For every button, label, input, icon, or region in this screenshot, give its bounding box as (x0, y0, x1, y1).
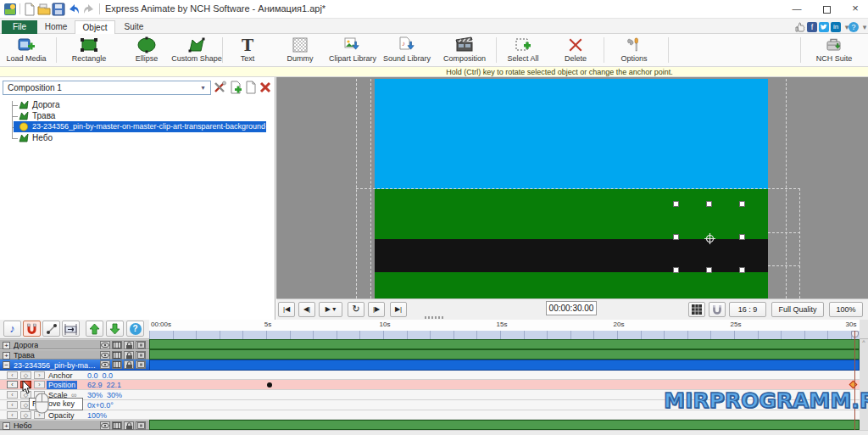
tab-suite[interactable]: Suite (115, 20, 153, 34)
load-media-button[interactable]: Load Media (2, 35, 51, 66)
selection-handle[interactable] (706, 201, 712, 207)
play-button[interactable]: ▶ ▾ (319, 302, 342, 317)
step-forward-button[interactable]: |▶ (368, 302, 385, 317)
undo-icon[interactable] (67, 3, 81, 16)
selection-handle[interactable] (673, 267, 679, 273)
expand-icon[interactable]: + (3, 422, 10, 430)
minimize-button[interactable]: — (784, 0, 810, 17)
selection-handle[interactable] (673, 234, 679, 240)
tree-item-sky[interactable]: Небо (0, 132, 271, 143)
dummy-button[interactable]: Dummy (280, 35, 320, 66)
prev-keyframe-button[interactable]: ‹ (7, 381, 18, 388)
linkedin-icon[interactable]: in (831, 22, 841, 32)
track-header-road[interactable]: + Дорога (0, 339, 149, 349)
prev-keyframe-button[interactable]: ‹ (7, 391, 18, 399)
previous-frame-button[interactable]: ◀| (298, 302, 315, 317)
lock-icon[interactable] (124, 421, 134, 430)
sky-layer[interactable] (375, 79, 768, 189)
ruler-tick-strip[interactable] (149, 331, 860, 339)
track-header-sky[interactable]: + Небо (0, 420, 149, 430)
aspect-ratio-button[interactable]: 16 : 9 (729, 302, 766, 317)
keyframe-mode-button[interactable] (42, 321, 60, 337)
rectangle-button[interactable]: Rectangle (63, 35, 115, 66)
selection-handle[interactable] (706, 267, 712, 273)
add-keyframe-button[interactable]: ◇ (20, 411, 31, 419)
selection-handle[interactable] (739, 267, 745, 273)
save-project-icon[interactable] (52, 3, 65, 16)
tree-item-road[interactable]: Дорога (0, 99, 271, 110)
open-project-icon[interactable] (37, 3, 51, 16)
skip-to-end-button[interactable]: ▶| (390, 302, 407, 317)
prev-keyframe-button[interactable]: ‹ (7, 411, 18, 419)
tab-file[interactable]: File (2, 20, 37, 34)
audio-tracks-button[interactable]: ♪ (3, 321, 21, 337)
anchor-crosshair-icon[interactable] (704, 232, 715, 248)
chevron-down-icon[interactable]: ▾ (860, 22, 868, 32)
tree-item-grass[interactable]: Трава (0, 110, 271, 121)
options-button[interactable]: Options (614, 35, 654, 66)
lock-icon[interactable] (124, 341, 134, 349)
snap-magnet-button[interactable] (709, 302, 726, 317)
grid-toggle-button[interactable] (688, 302, 705, 317)
visibility-icon[interactable] (100, 341, 110, 349)
track-header-sun[interactable]: − 23-234356_pin-by-master-on-master-clip… (0, 360, 149, 371)
twitter-icon[interactable] (819, 22, 829, 32)
custom-shape-button[interactable]: Custom Shape (167, 35, 226, 66)
ellipse-button[interactable]: Ellipse (124, 35, 170, 66)
track-bar-sun[interactable] (149, 360, 860, 371)
next-keyframe-button[interactable]: › (34, 371, 45, 379)
add-keyframe-button[interactable]: ◇ (20, 371, 31, 379)
tab-home[interactable]: Home (37, 20, 75, 34)
playhead-line[interactable] (854, 331, 855, 430)
delete-composition-button[interactable] (259, 81, 272, 94)
track-bar-road[interactable] (149, 339, 860, 349)
lock-icon[interactable] (124, 360, 134, 369)
new-project-icon[interactable] (23, 3, 36, 16)
visibility-icon[interactable] (100, 351, 110, 360)
move-layer-down-button[interactable] (106, 321, 124, 337)
facebook-icon[interactable]: f (807, 22, 817, 32)
tab-object[interactable]: Object (75, 20, 115, 34)
loop-button[interactable]: ↻ (348, 302, 364, 317)
move-layer-up-button[interactable] (86, 321, 103, 337)
lock-icon[interactable] (124, 351, 134, 360)
track-bar-sky[interactable] (149, 420, 860, 430)
composition-selector[interactable]: Composition 1 ▾ (3, 81, 211, 95)
close-button[interactable]: × (843, 0, 868, 17)
timeline-scrollbar[interactable]: ^ (860, 339, 868, 430)
motion-blur-icon[interactable] (112, 351, 122, 360)
trim-duration-button[interactable] (62, 321, 80, 337)
selection-handle[interactable] (739, 234, 745, 240)
zoom-level-button[interactable]: 100% (829, 302, 863, 317)
timeline-snap-magnet-button[interactable] (23, 321, 41, 337)
text-button[interactable]: T Text (229, 35, 266, 66)
composition-tools-button[interactable] (214, 81, 227, 94)
duplicate-composition-button[interactable] (244, 81, 258, 94)
help-icon[interactable]: ? (849, 22, 859, 32)
timeline-help-button[interactable]: ? (126, 321, 144, 337)
splitter-grip[interactable] (425, 316, 443, 319)
expand-icon[interactable]: + (3, 342, 10, 349)
maximize-button[interactable] (814, 0, 839, 17)
select-all-button[interactable]: Select All (500, 35, 546, 66)
visibility-icon[interactable] (100, 421, 110, 430)
selection-handle[interactable] (673, 201, 679, 207)
position-keyframe-dot[interactable] (267, 382, 272, 388)
expand-icon[interactable]: + (3, 352, 10, 360)
canvas-workspace[interactable] (276, 77, 868, 298)
next-keyframe-button[interactable]: › (34, 381, 45, 388)
timecode-display[interactable]: 00:00:30.00 (546, 301, 597, 315)
solo-icon[interactable] (136, 351, 146, 360)
selection-handle[interactable] (739, 201, 745, 207)
motion-blur-icon[interactable] (112, 421, 122, 430)
tree-item-sun-selected[interactable]: 23-234356_pin-by-master-on-master-clip-a… (0, 121, 271, 132)
track-header-grass[interactable]: + Трава (0, 349, 149, 360)
prev-keyframe-button[interactable]: ‹ (7, 371, 18, 379)
visibility-icon[interactable] (100, 360, 110, 369)
quality-button[interactable]: Full Quality (771, 302, 824, 317)
grass-layer-bottom[interactable] (375, 272, 768, 298)
solo-icon[interactable] (136, 360, 146, 369)
sound-library-button[interactable]: ♪ Sound Library (378, 35, 436, 66)
solo-icon[interactable] (136, 421, 146, 430)
redo-icon[interactable] (82, 3, 96, 16)
